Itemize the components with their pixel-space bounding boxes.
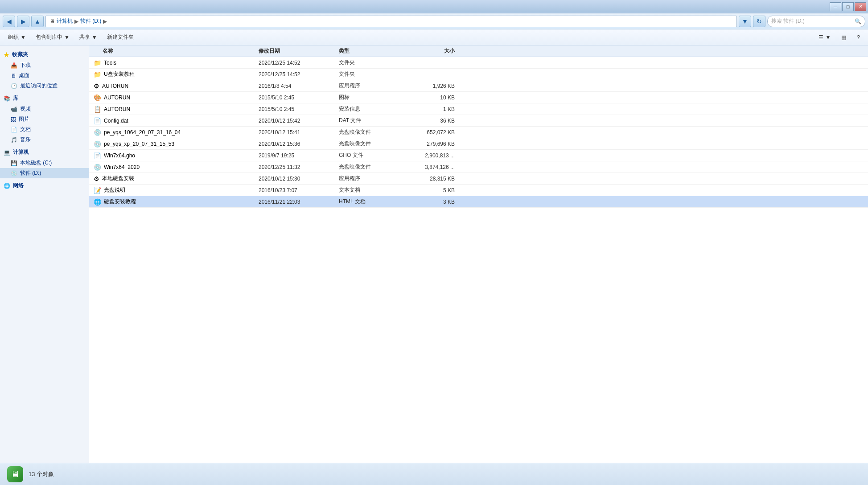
file-type-cell: 应用程序 — [339, 82, 401, 90]
file-size-cell: 10 KB — [401, 95, 464, 101]
file-size-cell: 652,072 KB — [401, 129, 464, 136]
breadcrumb-computer[interactable]: 计算机 — [57, 17, 73, 25]
sidebar-item-c-drive[interactable]: 💾 本地磁盘 (C:) — [0, 158, 89, 168]
sidebar-item-video[interactable]: 📹 视频 — [0, 104, 89, 114]
file-name: Config.dat — [104, 118, 128, 124]
download-icon: 📥 — [11, 62, 17, 69]
file-size-cell: 3,874,126 ... — [401, 164, 464, 170]
file-date-cell: 2019/9/7 19:25 — [259, 152, 339, 159]
organize-dropdown-icon: ▼ — [21, 34, 26, 41]
file-name-cell: 📁U盘安装教程 — [89, 70, 259, 78]
table-row[interactable]: 🎨AUTORUN2015/5/10 2:45图标10 KB — [89, 92, 868, 103]
refresh-button[interactable]: ↻ — [753, 16, 765, 27]
file-date-cell: 2020/10/12 15:42 — [259, 118, 339, 124]
file-name-cell: 🎨AUTORUN — [89, 94, 259, 101]
column-type[interactable]: 类型 — [339, 47, 401, 55]
file-date-cell: 2015/5/10 2:45 — [259, 106, 339, 112]
column-size[interactable]: 大小 — [401, 47, 464, 55]
file-icon: 📁 — [94, 59, 101, 66]
organize-button[interactable]: 组织 ▼ — [4, 31, 30, 44]
video-label: 视频 — [20, 105, 31, 113]
up-button[interactable]: ▲ — [31, 16, 44, 27]
sidebar-item-desktop[interactable]: 🖥 桌面 — [0, 70, 89, 81]
d-drive-icon: 💿 — [11, 170, 17, 177]
table-row[interactable]: 📁U盘安装教程2020/12/25 14:52文件夹 — [89, 69, 868, 80]
preview-icon: ▦ — [841, 34, 846, 41]
table-row[interactable]: 📋AUTORUN2015/5/10 2:45安装信息1 KB — [89, 103, 868, 115]
recent-label: 最近访问的位置 — [20, 82, 58, 90]
table-row[interactable]: 💿Win7x64_20202020/12/25 11:32光盘映像文件3,874… — [89, 161, 868, 173]
file-date-cell: 2020/12/25 14:52 — [259, 60, 339, 66]
help-icon: ? — [857, 34, 860, 41]
file-name-cell: 📄Win7x64.gho — [89, 152, 259, 159]
file-type-cell: 文本文档 — [339, 186, 401, 194]
sidebar-item-d-drive[interactable]: 💿 软件 (D:) — [0, 168, 89, 178]
computer-section-icon: 💻 — [4, 149, 10, 156]
column-date[interactable]: 修改日期 — [259, 47, 339, 55]
statusbar-icon: 🖥 — [7, 466, 23, 482]
help-button[interactable]: ? — [852, 31, 864, 44]
forward-button[interactable]: ▶ — [17, 16, 29, 27]
sidebar-item-documents[interactable]: 📄 文档 — [0, 124, 89, 135]
download-label: 下载 — [20, 62, 31, 69]
sidebar-item-music[interactable]: 🎵 音乐 — [0, 135, 89, 145]
add-to-library-button[interactable]: 包含到库中 ▼ — [31, 31, 74, 44]
maximize-button[interactable]: □ — [842, 2, 854, 11]
titlebar-buttons: ─ □ ✕ — [830, 2, 866, 11]
sidebar-item-download[interactable]: 📥 下载 — [0, 60, 89, 70]
file-date-cell: 2016/11/21 22:03 — [259, 199, 339, 205]
toolbar: 组织 ▼ 包含到库中 ▼ 共享 ▼ 新建文件夹 ☰ ▼ ▦ ? — [0, 29, 868, 45]
file-icon: 📄 — [94, 117, 101, 124]
file-name: Win7x64.gho — [104, 152, 135, 159]
file-name: Win7x64_2020 — [104, 164, 140, 170]
file-size-cell: 279,696 KB — [401, 141, 464, 147]
breadcrumb: 🖥 计算机 ▶ 软件 (D:) ▶ — [45, 16, 737, 27]
back-button[interactable]: ◀ — [3, 16, 15, 27]
table-row[interactable]: 📄Win7x64.gho2019/9/7 19:25GHO 文件2,900,81… — [89, 150, 868, 161]
dropdown-button[interactable]: ▼ — [739, 16, 751, 27]
sidebar-item-recent[interactable]: 🕐 最近访问的位置 — [0, 81, 89, 91]
file-type-cell: HTML 文档 — [339, 198, 401, 206]
star-icon: ★ — [4, 51, 9, 58]
file-name-cell: 💿pe_yqs_1064_20_07_31_16_04 — [89, 129, 259, 136]
table-row[interactable]: 📄Config.dat2020/10/12 15:42DAT 文件36 KB — [89, 115, 868, 127]
table-row[interactable]: 📝光盘说明2016/10/23 7:07文本文档5 KB — [89, 185, 868, 196]
file-name: pe_yqs_1064_20_07_31_16_04 — [104, 129, 181, 136]
close-button[interactable]: ✕ — [855, 2, 866, 11]
file-type-cell: DAT 文件 — [339, 117, 401, 124]
file-list-header: 名称 修改日期 类型 大小 — [89, 45, 868, 57]
table-row[interactable]: 🌐硬盘安装教程2016/11/21 22:03HTML 文档3 KB — [89, 196, 868, 208]
favorites-header[interactable]: ★ 收藏夹 — [0, 49, 89, 60]
library-icon: 📚 — [4, 95, 10, 102]
file-size-cell: 1,926 KB — [401, 83, 464, 89]
table-row[interactable]: 📁Tools2020/12/25 14:52文件夹 — [89, 57, 868, 69]
table-row[interactable]: ⚙本地硬盘安装2020/10/12 15:30应用程序28,315 KB — [89, 173, 868, 185]
file-name-cell: 📁Tools — [89, 59, 259, 66]
file-icon: 📝 — [94, 187, 101, 194]
network-header[interactable]: 🌐 网络 — [0, 180, 89, 191]
share-label: 共享 — [79, 33, 90, 41]
share-button[interactable]: 共享 ▼ — [75, 31, 102, 44]
table-row[interactable]: 💿pe_yqs_1064_20_07_31_16_042020/10/12 15… — [89, 127, 868, 138]
table-row[interactable]: 💿pe_yqs_xp_20_07_31_15_532020/10/12 15:3… — [89, 138, 868, 150]
computer-header[interactable]: 💻 计算机 — [0, 147, 89, 158]
search-bar[interactable]: 搜索 软件 (D:) 🔍 — [767, 16, 865, 27]
file-name: Tools — [104, 60, 116, 66]
pictures-icon: 🖼 — [11, 116, 16, 123]
sidebar-item-pictures[interactable]: 🖼 图片 — [0, 114, 89, 124]
view-button[interactable]: ☰ ▼ — [814, 31, 835, 44]
preview-pane-button[interactable]: ▦ — [837, 31, 851, 44]
desktop-icon: 🖥 — [11, 73, 16, 79]
file-icon: 📄 — [94, 152, 101, 159]
library-header[interactable]: 📚 库 — [0, 93, 89, 104]
file-icon: 📋 — [94, 106, 101, 113]
new-folder-button[interactable]: 新建文件夹 — [103, 31, 138, 44]
breadcrumb-drive[interactable]: 软件 (D:) — [80, 17, 101, 25]
column-name[interactable]: 名称 — [89, 47, 259, 55]
statusbar-count: 13 个对象 — [29, 470, 54, 478]
search-icon: 🔍 — [855, 18, 861, 25]
minimize-button[interactable]: ─ — [830, 2, 841, 11]
sidebar: ★ 收藏夹 📥 下载 🖥 桌面 🕐 最近访问的位置 📚 库 — [0, 45, 89, 463]
table-row[interactable]: ⚙AUTORUN2016/1/8 4:54应用程序1,926 KB — [89, 80, 868, 92]
organize-label: 组织 — [8, 33, 19, 41]
